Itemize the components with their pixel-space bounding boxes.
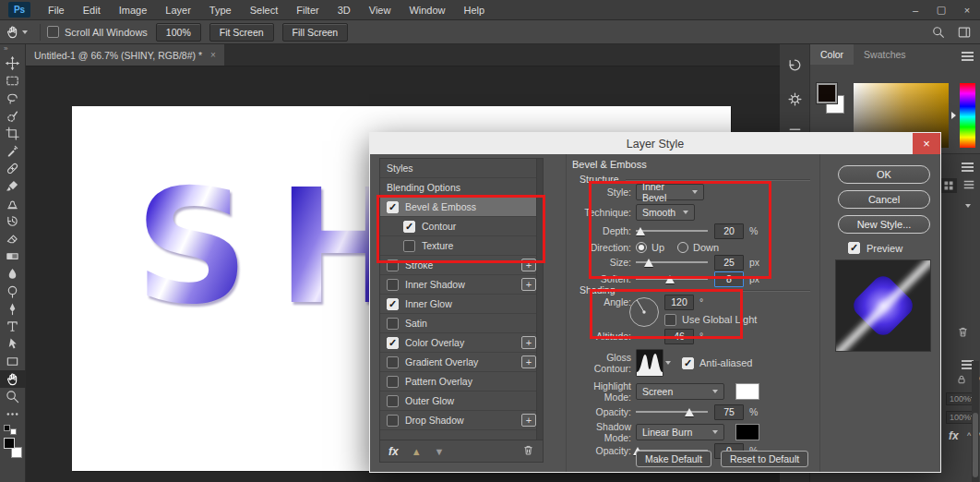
restore-button[interactable]: ▢: [928, 0, 954, 20]
tool-preset-hand[interactable]: [0, 25, 33, 39]
gradient-tool[interactable]: [0, 247, 26, 265]
style-checkbox[interactable]: [387, 395, 399, 407]
direction-down-radio[interactable]: [677, 242, 688, 253]
collapsed-panel-history-icon[interactable]: [787, 57, 803, 73]
use-global-light-checkbox[interactable]: [664, 314, 676, 326]
pen-tool[interactable]: [0, 300, 26, 318]
angle-dial[interactable]: [627, 295, 661, 329]
search-icon[interactable]: [932, 26, 945, 39]
menu-item-select[interactable]: Select: [241, 5, 288, 16]
zoom-100-button[interactable]: 100%: [156, 23, 201, 42]
move-effect-down-icon[interactable]: ▼: [435, 446, 445, 457]
style-checkbox[interactable]: [387, 337, 399, 349]
style-checkbox[interactable]: [387, 356, 399, 368]
chevron-down-icon[interactable]: [965, 204, 971, 208]
menu-item-window[interactable]: Window: [400, 5, 454, 16]
style-item-stroke[interactable]: Stroke+: [380, 256, 543, 275]
blur-tool[interactable]: [0, 265, 26, 283]
rectangle-tool[interactable]: [0, 353, 26, 370]
dialog-title-bar[interactable]: Layer Style ×: [370, 133, 940, 154]
style-dropdown[interactable]: Inner Bevel: [636, 184, 704, 200]
menu-item-layer[interactable]: Layer: [156, 5, 200, 16]
panel-menu-icon[interactable]: [962, 51, 974, 54]
menu-item-view[interactable]: View: [360, 5, 400, 16]
highlight-opacity-input[interactable]: 75: [714, 404, 744, 420]
reset-to-default-button[interactable]: Reset to Default: [721, 451, 808, 467]
style-checkbox[interactable]: [387, 415, 399, 427]
color-panel-fg-bg[interactable]: [817, 83, 848, 116]
hue-slider[interactable]: [960, 83, 975, 148]
style-item-inner-shadow[interactable]: Inner Shadow+: [380, 275, 543, 295]
scroll-all-windows-option[interactable]: Scroll All Windows: [47, 26, 148, 38]
dodge-tool[interactable]: [0, 283, 26, 300]
size-slider[interactable]: [636, 256, 708, 269]
highlight-mode-dropdown[interactable]: Screen: [636, 383, 724, 400]
menu-item-filter[interactable]: Filter: [287, 5, 328, 16]
gloss-contour-chevron-icon[interactable]: [665, 361, 671, 365]
type-tool[interactable]: [0, 318, 26, 335]
document-tab[interactable]: Untitled-1 @ 66.7% (SHINY, RGB/8#) * ×: [26, 44, 224, 66]
style-checkbox[interactable]: [403, 240, 415, 252]
hand-tool[interactable]: [0, 370, 26, 388]
styles-scrollbar[interactable]: [536, 159, 543, 440]
preview-option[interactable]: Preview: [848, 242, 902, 254]
history-brush-tool[interactable]: [0, 212, 26, 230]
collapsed-panel-properties-icon[interactable]: [787, 91, 803, 107]
brush-tool[interactable]: [0, 177, 26, 195]
shadow-mode-dropdown[interactable]: Linear Burn: [636, 424, 724, 440]
clone-stamp-tool[interactable]: [0, 195, 26, 212]
menu-item-help[interactable]: Help: [455, 5, 495, 16]
style-item-pattern-overlay[interactable]: Pattern Overlay: [380, 372, 543, 392]
move-effect-up-icon[interactable]: ▲: [412, 446, 422, 457]
foreground-color-swatch[interactable]: [4, 438, 15, 449]
foreground-swatch[interactable]: [817, 83, 837, 103]
style-checkbox[interactable]: [387, 376, 399, 388]
toolbar-expand-icon[interactable]: »: [0, 44, 7, 54]
add-effect-icon[interactable]: +: [521, 414, 536, 427]
add-effect-icon[interactable]: +: [521, 278, 536, 291]
anti-aliased-checkbox[interactable]: [682, 357, 694, 369]
style-checkbox[interactable]: [387, 259, 399, 271]
depth-slider[interactable]: [636, 224, 708, 237]
angle-input[interactable]: 120: [664, 295, 694, 310]
style-checkbox[interactable]: [387, 298, 399, 310]
size-input[interactable]: 25: [714, 255, 744, 271]
layers-scrollbar[interactable]: [972, 361, 979, 482]
soften-slider[interactable]: [636, 272, 708, 285]
tab-close-icon[interactable]: ×: [210, 50, 216, 60]
style-checkbox[interactable]: [387, 201, 399, 213]
marquee-tool[interactable]: [0, 72, 26, 90]
add-effect-icon[interactable]: +: [521, 336, 536, 349]
zoom-tool[interactable]: [0, 388, 26, 405]
fill-screen-button[interactable]: Fill Screen: [282, 23, 349, 42]
make-default-button[interactable]: Make Default: [636, 451, 711, 467]
workspace-icon[interactable]: [958, 26, 971, 39]
scroll-all-windows-checkbox[interactable]: [47, 26, 59, 38]
style-checkbox[interactable]: [387, 279, 399, 291]
cancel-button[interactable]: Cancel: [838, 190, 930, 209]
panel-menu-icon[interactable]: [962, 162, 974, 164]
minimize-button[interactable]: –: [902, 0, 928, 20]
list-view-icon[interactable]: [962, 178, 975, 193]
style-item-inner-glow[interactable]: Inner Glow: [380, 295, 543, 314]
lock-icon[interactable]: [956, 374, 967, 387]
eyedropper-tool[interactable]: [0, 142, 26, 160]
direction-up-radio[interactable]: [636, 242, 647, 253]
technique-dropdown[interactable]: Smooth: [636, 204, 695, 221]
fx-icon[interactable]: fx: [949, 429, 959, 442]
close-button[interactable]: ×: [954, 0, 980, 20]
shadow-color-swatch[interactable]: [735, 424, 759, 440]
trash-icon[interactable]: [957, 326, 969, 340]
menu-item-3d[interactable]: 3D: [329, 5, 360, 16]
move-tool[interactable]: [0, 54, 26, 72]
highlight-opacity-slider[interactable]: [636, 405, 708, 418]
style-item-drop-shadow[interactable]: Drop Shadow+: [380, 411, 543, 430]
add-effect-icon[interactable]: +: [521, 259, 536, 271]
fit-screen-button[interactable]: Fit Screen: [209, 23, 274, 42]
lasso-tool[interactable]: [0, 90, 26, 107]
style-item-satin[interactable]: Satin: [380, 314, 543, 333]
style-item-color-overlay[interactable]: Color Overlay+: [380, 333, 543, 353]
default-colors-icon[interactable]: [4, 425, 17, 435]
preview-checkbox[interactable]: [848, 242, 860, 254]
healing-brush-tool[interactable]: [0, 160, 26, 177]
